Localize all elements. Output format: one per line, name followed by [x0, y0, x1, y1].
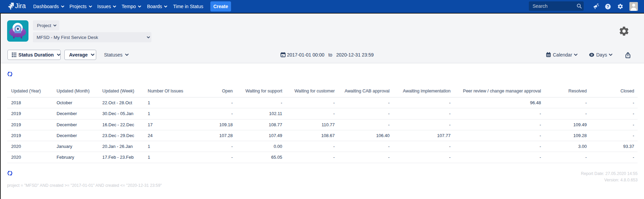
svg-text:?: ? — [607, 4, 609, 9]
